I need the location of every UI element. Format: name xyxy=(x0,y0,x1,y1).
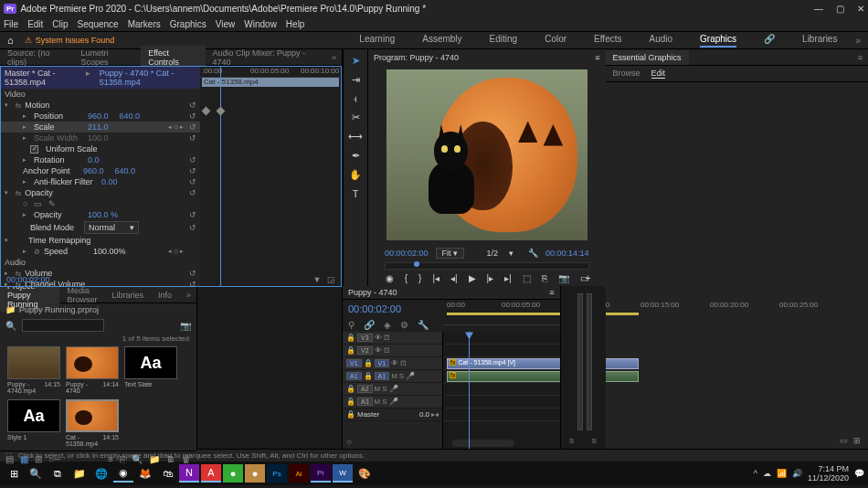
panel-menu-icon[interactable]: ≡ xyxy=(851,50,868,65)
tray-overflow-icon[interactable]: ^ xyxy=(754,469,757,478)
reset-icon[interactable]: ↺ xyxy=(189,155,196,164)
pen-tool-icon[interactable]: ✒ xyxy=(352,150,360,162)
program-timecode[interactable]: 00:00:02:00 xyxy=(385,249,429,258)
lift-icon[interactable]: ⬚ xyxy=(523,273,531,283)
track-a3[interactable]: A3 xyxy=(357,398,373,406)
slip-tool-icon[interactable]: ⟷ xyxy=(348,131,363,143)
track-v2[interactable]: V2 xyxy=(357,346,373,355)
ec-antiflicker-value[interactable]: 0.00 xyxy=(101,177,118,186)
reset-icon[interactable]: ↺ xyxy=(189,269,196,278)
timeline-tracks[interactable]: fx Cat - 51358.mp4 [V] fx xyxy=(443,332,560,449)
marker-icon[interactable]: ◈ xyxy=(384,320,391,330)
new-bin-icon[interactable]: 📷 xyxy=(180,321,191,331)
eg-edit-tab[interactable]: Edit xyxy=(651,69,666,79)
tab-info[interactable]: Info xyxy=(151,288,179,302)
timeline-tab[interactable]: Puppy - 4740 xyxy=(348,288,397,297)
search-input[interactable] xyxy=(22,319,104,332)
play-icon[interactable]: ▶ xyxy=(469,273,476,283)
ec-scale-value[interactable]: 211.0 xyxy=(88,122,109,132)
clock-date[interactable]: 11/12/2020 xyxy=(808,473,849,483)
solo-button[interactable]: S xyxy=(592,437,597,445)
acrobat-icon[interactable]: A xyxy=(201,464,221,483)
mask-pen-icon[interactable]: ✎ xyxy=(48,199,56,208)
work-area-bar[interactable] xyxy=(447,313,639,315)
chrome-icon[interactable]: ◉ xyxy=(113,464,133,483)
ec-time-remap[interactable]: Time Remapping xyxy=(28,236,92,245)
hand-tool-icon[interactable]: ✋ xyxy=(349,169,362,181)
track-select-icon[interactable]: ⇥ xyxy=(352,74,360,86)
program-scrubber[interactable] xyxy=(385,262,589,270)
menu-clip[interactable]: Clip xyxy=(52,19,68,29)
task-view-icon[interactable]: ⧉ xyxy=(48,464,68,483)
filter-icon[interactable]: ▼ xyxy=(313,275,322,284)
wrench-icon[interactable]: 🔧 xyxy=(418,320,429,330)
timeline-clip-audio[interactable]: fx xyxy=(447,371,639,382)
step-back-icon[interactable]: ◂| xyxy=(450,273,458,283)
ec-timeline[interactable]: :00:00 00:00:05:00 00:00:10:00 Cat - 513… xyxy=(200,67,341,286)
track-a2[interactable]: A2 xyxy=(357,385,373,393)
resolution-dropdown[interactable]: 1/2 xyxy=(486,249,498,258)
keyframe-icon[interactable] xyxy=(217,107,226,116)
solo-button[interactable]: S xyxy=(569,437,574,445)
reset-icon[interactable]: ↺ xyxy=(189,122,196,132)
ec-current-time[interactable]: 00:00:02:00 xyxy=(5,273,52,286)
ec-playhead[interactable] xyxy=(220,67,221,286)
link-icon[interactable]: 🔗 xyxy=(764,34,775,48)
snap-icon[interactable]: ⚲ xyxy=(348,320,355,330)
program-monitor[interactable] xyxy=(386,69,587,240)
workspace-overflow[interactable]: » xyxy=(855,36,861,46)
volume-icon[interactable]: 🔊 xyxy=(792,469,802,478)
razor-tool-icon[interactable]: ✂ xyxy=(352,111,360,123)
ec-rotation-value[interactable]: 0.0 xyxy=(88,155,100,164)
panel-menu-icon[interactable]: ≡ xyxy=(595,53,599,62)
reset-icon[interactable]: ↺ xyxy=(189,101,196,110)
mask-ellipse-icon[interactable]: ○ xyxy=(23,199,27,208)
settings-icon[interactable]: 🔧 xyxy=(528,249,538,258)
type-tool-icon[interactable]: T xyxy=(353,188,359,199)
keyframe-nav[interactable]: ◂ ◇ ▸ xyxy=(168,123,184,131)
blend-mode-dropdown[interactable]: Normal▾ xyxy=(84,221,139,234)
go-to-out-icon[interactable]: ▸| xyxy=(504,273,512,283)
app-icon[interactable]: ● xyxy=(245,464,265,483)
workspace-learning[interactable]: Learning xyxy=(359,34,395,48)
firefox-icon[interactable]: 🦊 xyxy=(135,464,155,483)
menu-view[interactable]: View xyxy=(216,19,236,29)
playhead-icon[interactable] xyxy=(414,261,419,267)
workspace-libraries[interactable]: Libraries xyxy=(802,34,837,48)
project-item[interactable]: Aa Style 1 xyxy=(7,399,60,447)
in-point-icon[interactable]: { xyxy=(405,273,408,283)
out-point-icon[interactable]: } xyxy=(418,273,421,283)
photoshop-icon[interactable]: Ps xyxy=(267,464,287,483)
illustrator-icon[interactable]: Ai xyxy=(289,464,309,483)
keyframe-nav[interactable]: ◂ ◇ ▸ xyxy=(168,248,184,255)
network-icon[interactable]: 📶 xyxy=(777,469,787,478)
workspace-audio[interactable]: Audio xyxy=(649,34,672,48)
reset-icon[interactable]: ↺ xyxy=(189,188,196,197)
project-item[interactable]: Puppy - 474014:14 xyxy=(66,346,119,394)
premiere-icon[interactable]: Pr xyxy=(311,464,331,483)
ec-opacity-value[interactable]: 100.0 % xyxy=(88,210,118,219)
circle-icon[interactable]: ○ xyxy=(346,437,352,447)
keyframe-icon[interactable] xyxy=(202,107,211,116)
program-tab[interactable]: Program: Puppy - 4740 xyxy=(374,53,459,62)
onenote-icon[interactable]: N xyxy=(179,464,199,483)
project-item[interactable]: Puppy - 4740.mp414:15 xyxy=(7,346,60,394)
workspace-color[interactable]: Color xyxy=(545,34,566,48)
button-editor-icon[interactable]: + xyxy=(586,273,591,283)
system-warning[interactable]: System Issues Found xyxy=(25,36,115,45)
tab-libraries[interactable]: Libraries xyxy=(104,288,151,302)
eg-browse-tab[interactable]: Browse xyxy=(613,69,640,79)
panel-menu-icon[interactable]: ≡ xyxy=(549,288,554,297)
workspace-effects[interactable]: Effects xyxy=(594,34,621,48)
menu-help[interactable]: Help xyxy=(286,19,305,29)
reset-icon[interactable]: ↺ xyxy=(189,280,196,286)
panel-menu-icon[interactable]: » xyxy=(179,288,196,302)
workspace-graphics[interactable]: Graphics xyxy=(700,34,736,48)
reset-icon[interactable]: ↺ xyxy=(189,223,196,232)
word-icon[interactable]: W xyxy=(333,464,353,483)
menu-file[interactable]: File xyxy=(4,19,18,29)
reset-icon[interactable]: ↺ xyxy=(189,111,196,121)
ec-speed-value[interactable]: 100.00% xyxy=(93,247,126,256)
track-v1[interactable]: V1 xyxy=(375,359,390,367)
eg-layer-icon[interactable]: ▭ xyxy=(840,436,848,445)
